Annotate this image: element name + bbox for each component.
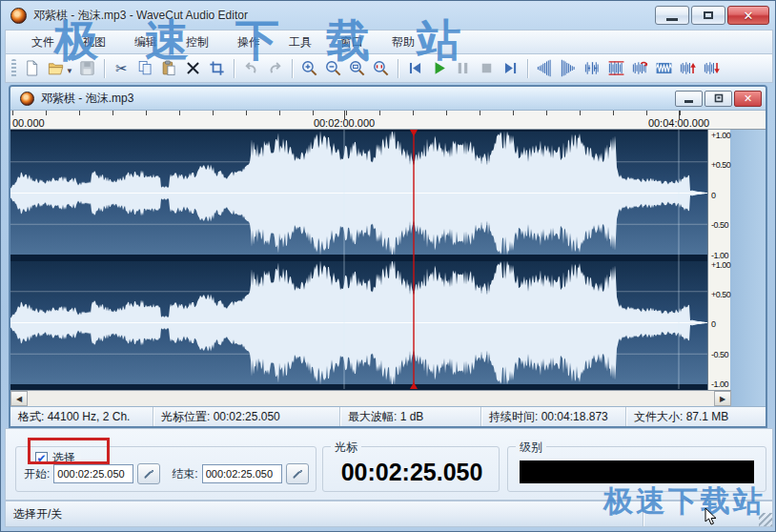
undo-button[interactable]	[239, 57, 263, 80]
play-icon	[430, 59, 448, 77]
ruler-tick	[513, 111, 514, 115]
delete-button[interactable]	[181, 57, 205, 80]
cursor-time-display: 00:02:25.050	[333, 459, 491, 486]
amplify-up-icon	[679, 59, 697, 77]
menu-item-7[interactable]: 帮助	[378, 31, 429, 54]
maximize-icon	[704, 11, 713, 19]
close-icon: ✕	[744, 9, 754, 23]
ruler-label: 00.000	[12, 117, 45, 129]
zoom-selection-button[interactable]	[369, 57, 393, 80]
minimize-button[interactable]	[655, 6, 689, 25]
close-button[interactable]: ✕	[727, 6, 769, 25]
scroll-right-button[interactable]: ▶	[714, 391, 731, 406]
amplify-down-button[interactable]	[700, 57, 724, 80]
mouse-cursor-icon	[704, 507, 719, 526]
zoom-out-button[interactable]	[321, 57, 345, 80]
waveform-display[interactable]	[10, 130, 707, 390]
save-file-button[interactable]	[75, 57, 99, 80]
end-pick-button[interactable]	[286, 463, 309, 484]
scale-label: 0	[711, 319, 716, 329]
go-to-start-button[interactable]	[403, 57, 427, 80]
document-status-bar: 格式: 44100 Hz, 2 Ch.光标位置: 00:02:25.050最大波…	[10, 406, 766, 426]
stop-icon	[478, 59, 496, 77]
ruler-tick	[580, 111, 581, 115]
scrollbar-track[interactable]	[28, 391, 714, 406]
fade-out-button[interactable]	[557, 57, 581, 80]
go-to-end-button[interactable]	[499, 57, 522, 80]
document-window: 邓紫棋 - 泡沫.mp3 ✕ 00.00000:02:00.00000:04:0…	[9, 85, 767, 428]
level-meter	[520, 460, 754, 483]
selection-wave-button[interactable]	[652, 57, 676, 80]
cursor-group-label: 光标	[331, 440, 361, 456]
waveform-svg[interactable]	[10, 130, 707, 389]
loop-button[interactable]	[628, 57, 652, 80]
check-icon: ✔	[36, 454, 46, 463]
menu-item-6[interactable]: 窗口	[326, 31, 378, 54]
ruler-tick	[79, 111, 80, 115]
start-pick-button[interactable]	[137, 463, 160, 484]
document-close-button[interactable]: ✕	[734, 91, 762, 107]
zoom-full-button[interactable]	[345, 57, 369, 80]
picker-pen-icon	[142, 467, 155, 481]
end-time-input[interactable]	[202, 464, 282, 483]
open-file-button[interactable]	[44, 57, 68, 80]
new-file-button[interactable]	[20, 57, 44, 80]
cut-icon: ✂	[112, 59, 131, 77]
status-field-0: 格式: 44100 Hz, 2 Ch.	[10, 407, 153, 426]
trim-icon	[208, 59, 226, 77]
timeline-ruler[interactable]: 00.00000:02:00.00000:04:00.000	[10, 111, 766, 130]
menu-item-0[interactable]: 文件	[17, 31, 69, 54]
copy-button[interactable]	[133, 57, 157, 80]
copy-icon	[136, 59, 154, 77]
menu-item-4[interactable]: 操作	[223, 31, 275, 54]
zoom-in-button[interactable]	[297, 57, 321, 80]
amplitude-scale: +1.00+0.500-0.50-1.00+1.00+0.500-0.50-1.…	[707, 130, 730, 390]
horizontal-scrollbar[interactable]: ◀ ▶	[10, 390, 731, 406]
toolbar-grip[interactable]	[11, 59, 16, 78]
document-restore-button[interactable]	[705, 91, 732, 107]
stop-button[interactable]	[475, 57, 499, 80]
level-group: 级别	[507, 446, 766, 492]
go-to-start-icon	[406, 59, 424, 77]
document-title-bar[interactable]: 邓紫棋 - 泡沫.mp3 ✕	[10, 87, 766, 111]
scale-label: +0.50	[711, 290, 730, 299]
ruler-label: 00:04:00.000	[648, 117, 709, 129]
zoom-full-icon	[348, 59, 366, 77]
title-bar: 邓紫棋 - 泡沫.mp3 - WaveCut Audio Editor ✕	[1, 1, 775, 30]
arrow-left-icon: ◀	[16, 395, 22, 403]
window-title: 邓紫棋 - 泡沫.mp3 - WaveCut Audio Editor	[33, 8, 248, 24]
ruler-tick	[246, 111, 247, 115]
ruler-tick	[313, 111, 314, 115]
menu-item-2[interactable]: 编辑	[120, 31, 172, 54]
play-button[interactable]	[427, 57, 451, 80]
menu-item-5[interactable]: 工具	[275, 31, 326, 54]
amplify-up-button[interactable]	[676, 57, 700, 80]
cut-button[interactable]: ✂	[110, 57, 133, 80]
document-title: 邓紫棋 - 泡沫.mp3	[41, 91, 133, 107]
paste-button[interactable]	[157, 57, 181, 80]
menu-item-1[interactable]: 视图	[69, 31, 120, 54]
document-minimize-button[interactable]	[675, 91, 703, 107]
fade-in-button[interactable]	[533, 57, 557, 80]
redo-button[interactable]	[263, 57, 287, 80]
ruler-tick	[446, 111, 447, 115]
paste-icon	[160, 59, 178, 77]
pause-button[interactable]	[451, 57, 475, 80]
normalize-button[interactable]	[604, 57, 628, 80]
status-field-1: 光标位置: 00:02:25.050	[153, 407, 340, 426]
maximize-button[interactable]	[691, 6, 725, 25]
menu-item-3[interactable]: 控制	[172, 31, 223, 54]
scale-label: +0.50	[711, 160, 730, 170]
status-field-2: 最大波幅: 1 dB	[340, 407, 481, 426]
picker-pen-icon	[291, 467, 304, 481]
trim-button[interactable]	[205, 57, 229, 80]
split-button[interactable]	[581, 57, 604, 80]
selection-wave-icon	[655, 59, 673, 77]
normalize-icon	[607, 59, 625, 77]
resize-grip[interactable]	[759, 513, 772, 526]
ruler-tick	[12, 111, 13, 115]
scroll-left-button[interactable]: ◀	[10, 391, 28, 406]
status-text: 选择开/关	[6, 506, 643, 522]
start-time-input[interactable]	[53, 464, 133, 483]
ruler-tick	[546, 111, 547, 115]
